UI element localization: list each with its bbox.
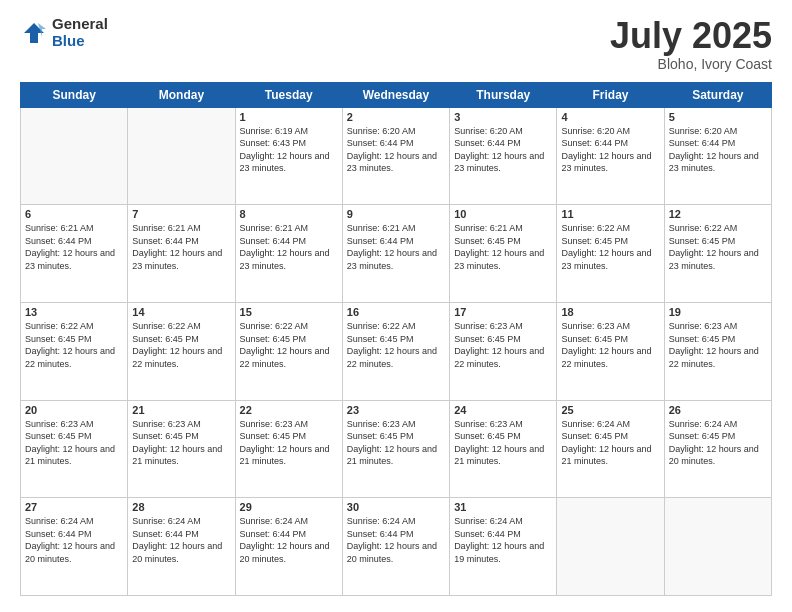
calendar-cell: 7Sunrise: 6:21 AM Sunset: 6:44 PM Daylig… xyxy=(128,205,235,303)
day-number: 11 xyxy=(561,208,659,220)
weekday-saturday: Saturday xyxy=(664,82,771,107)
week-row-3: 13Sunrise: 6:22 AM Sunset: 6:45 PM Dayli… xyxy=(21,302,772,400)
calendar-cell: 11Sunrise: 6:22 AM Sunset: 6:45 PM Dayli… xyxy=(557,205,664,303)
day-info: Sunrise: 6:22 AM Sunset: 6:45 PM Dayligh… xyxy=(25,320,123,370)
day-info: Sunrise: 6:23 AM Sunset: 6:45 PM Dayligh… xyxy=(454,320,552,370)
day-info: Sunrise: 6:22 AM Sunset: 6:45 PM Dayligh… xyxy=(561,222,659,272)
calendar-body: 1Sunrise: 6:19 AM Sunset: 6:43 PM Daylig… xyxy=(21,107,772,595)
day-number: 17 xyxy=(454,306,552,318)
calendar-cell: 9Sunrise: 6:21 AM Sunset: 6:44 PM Daylig… xyxy=(342,205,449,303)
day-info: Sunrise: 6:23 AM Sunset: 6:45 PM Dayligh… xyxy=(561,320,659,370)
day-number: 3 xyxy=(454,111,552,123)
weekday-header-row: SundayMondayTuesdayWednesdayThursdayFrid… xyxy=(21,82,772,107)
location: Bloho, Ivory Coast xyxy=(610,56,772,72)
day-number: 6 xyxy=(25,208,123,220)
day-number: 15 xyxy=(240,306,338,318)
week-row-2: 6Sunrise: 6:21 AM Sunset: 6:44 PM Daylig… xyxy=(21,205,772,303)
day-number: 4 xyxy=(561,111,659,123)
day-number: 12 xyxy=(669,208,767,220)
calendar-cell: 30Sunrise: 6:24 AM Sunset: 6:44 PM Dayli… xyxy=(342,498,449,596)
day-info: Sunrise: 6:22 AM Sunset: 6:45 PM Dayligh… xyxy=(240,320,338,370)
day-number: 26 xyxy=(669,404,767,416)
title-block: July 2025 Bloho, Ivory Coast xyxy=(610,16,772,72)
day-info: Sunrise: 6:23 AM Sunset: 6:45 PM Dayligh… xyxy=(240,418,338,468)
calendar-cell: 24Sunrise: 6:23 AM Sunset: 6:45 PM Dayli… xyxy=(450,400,557,498)
day-info: Sunrise: 6:23 AM Sunset: 6:45 PM Dayligh… xyxy=(347,418,445,468)
calendar-cell xyxy=(557,498,664,596)
calendar-cell: 1Sunrise: 6:19 AM Sunset: 6:43 PM Daylig… xyxy=(235,107,342,205)
weekday-monday: Monday xyxy=(128,82,235,107)
day-info: Sunrise: 6:20 AM Sunset: 6:44 PM Dayligh… xyxy=(454,125,552,175)
day-info: Sunrise: 6:23 AM Sunset: 6:45 PM Dayligh… xyxy=(132,418,230,468)
logo-text: General Blue xyxy=(52,16,108,49)
calendar-cell: 12Sunrise: 6:22 AM Sunset: 6:45 PM Dayli… xyxy=(664,205,771,303)
week-row-1: 1Sunrise: 6:19 AM Sunset: 6:43 PM Daylig… xyxy=(21,107,772,205)
calendar-cell: 21Sunrise: 6:23 AM Sunset: 6:45 PM Dayli… xyxy=(128,400,235,498)
day-info: Sunrise: 6:22 AM Sunset: 6:45 PM Dayligh… xyxy=(669,222,767,272)
day-info: Sunrise: 6:21 AM Sunset: 6:44 PM Dayligh… xyxy=(240,222,338,272)
day-number: 1 xyxy=(240,111,338,123)
day-info: Sunrise: 6:24 AM Sunset: 6:44 PM Dayligh… xyxy=(347,515,445,565)
day-number: 5 xyxy=(669,111,767,123)
calendar-cell: 13Sunrise: 6:22 AM Sunset: 6:45 PM Dayli… xyxy=(21,302,128,400)
weekday-tuesday: Tuesday xyxy=(235,82,342,107)
calendar-page: General Blue July 2025 Bloho, Ivory Coas… xyxy=(0,0,792,612)
calendar-cell: 10Sunrise: 6:21 AM Sunset: 6:45 PM Dayli… xyxy=(450,205,557,303)
day-info: Sunrise: 6:21 AM Sunset: 6:44 PM Dayligh… xyxy=(347,222,445,272)
day-info: Sunrise: 6:20 AM Sunset: 6:44 PM Dayligh… xyxy=(561,125,659,175)
calendar-cell xyxy=(21,107,128,205)
calendar-cell: 5Sunrise: 6:20 AM Sunset: 6:44 PM Daylig… xyxy=(664,107,771,205)
day-number: 19 xyxy=(669,306,767,318)
day-info: Sunrise: 6:24 AM Sunset: 6:45 PM Dayligh… xyxy=(561,418,659,468)
day-number: 22 xyxy=(240,404,338,416)
day-number: 13 xyxy=(25,306,123,318)
day-info: Sunrise: 6:24 AM Sunset: 6:45 PM Dayligh… xyxy=(669,418,767,468)
logo-blue: Blue xyxy=(52,33,108,50)
calendar-cell: 28Sunrise: 6:24 AM Sunset: 6:44 PM Dayli… xyxy=(128,498,235,596)
logo-general: General xyxy=(52,16,108,33)
day-number: 2 xyxy=(347,111,445,123)
calendar-cell: 23Sunrise: 6:23 AM Sunset: 6:45 PM Dayli… xyxy=(342,400,449,498)
day-info: Sunrise: 6:22 AM Sunset: 6:45 PM Dayligh… xyxy=(132,320,230,370)
calendar-cell: 29Sunrise: 6:24 AM Sunset: 6:44 PM Dayli… xyxy=(235,498,342,596)
week-row-5: 27Sunrise: 6:24 AM Sunset: 6:44 PM Dayli… xyxy=(21,498,772,596)
day-number: 31 xyxy=(454,501,552,513)
day-info: Sunrise: 6:22 AM Sunset: 6:45 PM Dayligh… xyxy=(347,320,445,370)
day-number: 7 xyxy=(132,208,230,220)
day-info: Sunrise: 6:24 AM Sunset: 6:44 PM Dayligh… xyxy=(132,515,230,565)
calendar-cell: 4Sunrise: 6:20 AM Sunset: 6:44 PM Daylig… xyxy=(557,107,664,205)
day-info: Sunrise: 6:24 AM Sunset: 6:44 PM Dayligh… xyxy=(240,515,338,565)
day-number: 24 xyxy=(454,404,552,416)
day-info: Sunrise: 6:20 AM Sunset: 6:44 PM Dayligh… xyxy=(669,125,767,175)
weekday-sunday: Sunday xyxy=(21,82,128,107)
day-number: 28 xyxy=(132,501,230,513)
weekday-wednesday: Wednesday xyxy=(342,82,449,107)
calendar-cell: 20Sunrise: 6:23 AM Sunset: 6:45 PM Dayli… xyxy=(21,400,128,498)
day-number: 18 xyxy=(561,306,659,318)
day-info: Sunrise: 6:23 AM Sunset: 6:45 PM Dayligh… xyxy=(669,320,767,370)
calendar-cell xyxy=(664,498,771,596)
day-number: 14 xyxy=(132,306,230,318)
calendar-cell: 31Sunrise: 6:24 AM Sunset: 6:44 PM Dayli… xyxy=(450,498,557,596)
day-number: 30 xyxy=(347,501,445,513)
calendar-cell: 14Sunrise: 6:22 AM Sunset: 6:45 PM Dayli… xyxy=(128,302,235,400)
day-info: Sunrise: 6:21 AM Sunset: 6:45 PM Dayligh… xyxy=(454,222,552,272)
calendar-cell: 22Sunrise: 6:23 AM Sunset: 6:45 PM Dayli… xyxy=(235,400,342,498)
calendar-cell: 8Sunrise: 6:21 AM Sunset: 6:44 PM Daylig… xyxy=(235,205,342,303)
calendar-cell: 6Sunrise: 6:21 AM Sunset: 6:44 PM Daylig… xyxy=(21,205,128,303)
calendar-cell: 15Sunrise: 6:22 AM Sunset: 6:45 PM Dayli… xyxy=(235,302,342,400)
calendar-cell: 3Sunrise: 6:20 AM Sunset: 6:44 PM Daylig… xyxy=(450,107,557,205)
day-number: 27 xyxy=(25,501,123,513)
day-info: Sunrise: 6:24 AM Sunset: 6:44 PM Dayligh… xyxy=(454,515,552,565)
day-info: Sunrise: 6:21 AM Sunset: 6:44 PM Dayligh… xyxy=(132,222,230,272)
week-row-4: 20Sunrise: 6:23 AM Sunset: 6:45 PM Dayli… xyxy=(21,400,772,498)
calendar-cell: 16Sunrise: 6:22 AM Sunset: 6:45 PM Dayli… xyxy=(342,302,449,400)
day-info: Sunrise: 6:23 AM Sunset: 6:45 PM Dayligh… xyxy=(454,418,552,468)
weekday-friday: Friday xyxy=(557,82,664,107)
calendar-table: SundayMondayTuesdayWednesdayThursdayFrid… xyxy=(20,82,772,596)
day-number: 10 xyxy=(454,208,552,220)
calendar-cell: 17Sunrise: 6:23 AM Sunset: 6:45 PM Dayli… xyxy=(450,302,557,400)
day-info: Sunrise: 6:24 AM Sunset: 6:44 PM Dayligh… xyxy=(25,515,123,565)
logo-icon xyxy=(20,19,48,47)
calendar-cell: 19Sunrise: 6:23 AM Sunset: 6:45 PM Dayli… xyxy=(664,302,771,400)
